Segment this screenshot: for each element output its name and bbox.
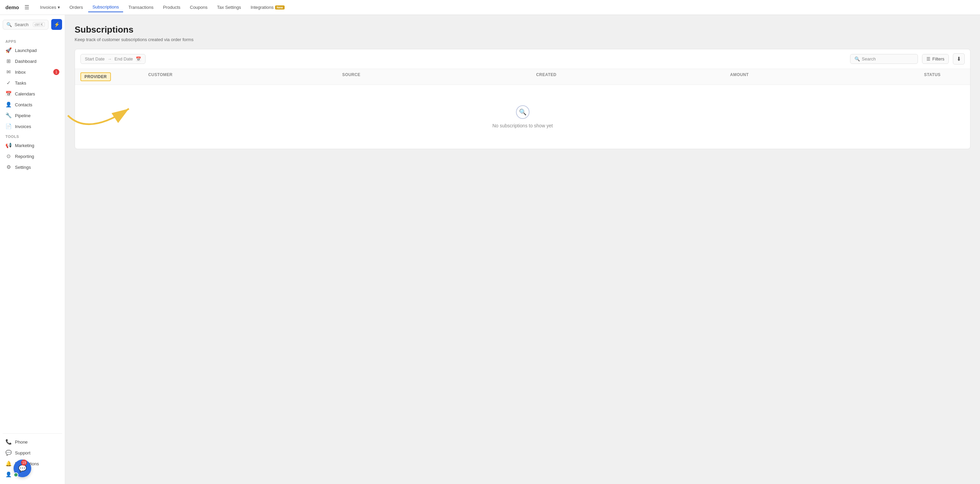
nav-integrations[interactable]: Integrations New xyxy=(247,3,289,12)
sidebar-item-label: Dashboard xyxy=(15,59,37,64)
sidebar-item-label: Phone xyxy=(15,439,28,445)
filter-icon: ☰ xyxy=(926,56,931,61)
col-header-provider: Provider xyxy=(80,72,148,81)
reporting-icon: ⊙ xyxy=(5,153,11,159)
calendar-icon: 📅 xyxy=(136,56,141,61)
nav-subscriptions[interactable]: Subscriptions xyxy=(88,2,123,12)
online-status-dot xyxy=(14,473,18,477)
end-date-label: End Date xyxy=(115,56,133,61)
arrow-icon: → xyxy=(108,56,112,61)
notifications-icon: 🔔 xyxy=(5,460,11,467)
nav-products[interactable]: Products xyxy=(159,3,184,12)
download-icon: ⬇ xyxy=(956,56,961,62)
sidebar-item-contacts[interactable]: 👤 Contacts xyxy=(3,99,62,110)
sidebar-item-settings[interactable]: ⚙ Settings xyxy=(3,162,62,173)
table-toolbar: Start Date → End Date 📅 🔍 Search ☰ Filte… xyxy=(75,49,970,69)
sidebar-item-profile[interactable]: 👤 Profile xyxy=(3,469,62,480)
nav-transactions[interactable]: Transactions xyxy=(124,3,158,12)
col-header-created: Created xyxy=(536,72,730,81)
hamburger-icon[interactable]: ☰ xyxy=(24,4,29,11)
calendars-icon: 📅 xyxy=(5,91,11,97)
col-header-amount: Amount xyxy=(730,72,924,81)
launchpad-icon: 🚀 xyxy=(5,47,11,53)
search-magnifier-icon: 🔍 xyxy=(854,56,860,61)
sidebar-item-support[interactable]: 💬 Support xyxy=(3,447,62,458)
sidebar-item-inbox[interactable]: ✉ Inbox 1 xyxy=(3,67,62,77)
table-header: Provider Customer Source Created Amount … xyxy=(75,69,970,85)
section-tools-label: Tools xyxy=(3,132,62,140)
nav-invoices[interactable]: Invoices ▾ xyxy=(36,3,64,12)
sidebar: 🔍 Search ctrl K ⚡ Apps 🚀 Launchpad ⊞ Das… xyxy=(0,15,65,484)
top-nav: demo ☰ Invoices ▾ Orders Subscriptions T… xyxy=(0,0,980,15)
empty-state: 🔍 No subscriptions to show yet xyxy=(75,85,970,149)
sidebar-item-label: Contacts xyxy=(15,102,32,107)
section-apps-label: Apps xyxy=(3,37,62,45)
page-title: Subscriptions xyxy=(75,24,970,35)
inbox-icon: ✉ xyxy=(5,69,11,75)
pipeline-icon: 🔧 xyxy=(5,112,11,118)
subscriptions-table-container: Start Date → End Date 📅 🔍 Search ☰ Filte… xyxy=(75,49,970,149)
nav-orders[interactable]: Orders xyxy=(65,3,87,12)
search-placeholder: Search xyxy=(862,56,876,61)
nav-tax-settings[interactable]: Tax Settings xyxy=(213,3,245,12)
support-icon: 💬 xyxy=(5,450,11,456)
search-icon: 🔍 xyxy=(6,22,12,27)
page-subtitle: Keep track of customer subscriptions cre… xyxy=(75,37,970,42)
start-date-label: Start Date xyxy=(85,56,105,61)
lightning-button[interactable]: ⚡ xyxy=(51,19,62,30)
empty-state-text: No subscriptions to show yet xyxy=(492,123,553,128)
download-button[interactable]: ⬇ xyxy=(953,53,965,64)
new-badge: New xyxy=(275,5,285,10)
sidebar-item-launchpad[interactable]: 🚀 Launchpad xyxy=(3,45,62,56)
empty-search-icon: 🔍 xyxy=(516,105,530,119)
sidebar-item-phone[interactable]: 📞 Phone xyxy=(3,436,62,447)
col-header-source: Source xyxy=(342,72,536,81)
sidebar-item-reporting[interactable]: ⊙ Reporting xyxy=(3,151,62,162)
tasks-icon: ✓ xyxy=(5,80,11,86)
dashboard-icon: ⊞ xyxy=(5,58,11,64)
marketing-icon: 📢 xyxy=(5,142,11,149)
sidebar-item-label: Pipeline xyxy=(15,113,30,118)
chat-badge: 19 xyxy=(21,460,27,466)
sidebar-item-invoices[interactable]: 📄 Invoices xyxy=(3,121,62,132)
col-header-customer: Customer xyxy=(148,72,342,81)
main-layout: 🔍 Search ctrl K ⚡ Apps 🚀 Launchpad ⊞ Das… xyxy=(0,15,980,484)
col-header-status: Status xyxy=(924,72,965,81)
sidebar-item-label: Invoices xyxy=(15,124,31,129)
inbox-badge: 1 xyxy=(53,69,59,75)
nav-items: Invoices ▾ Orders Subscriptions Transact… xyxy=(36,2,975,12)
date-range-picker[interactable]: Start Date → End Date 📅 xyxy=(80,54,146,64)
sidebar-item-label: Marketing xyxy=(15,143,34,148)
app-logo: demo xyxy=(5,5,19,10)
sidebar-item-pipeline[interactable]: 🔧 Pipeline xyxy=(3,110,62,121)
profile-icon: 👤 xyxy=(5,471,11,478)
sidebar-item-label: Inbox xyxy=(15,70,26,75)
content-area: Subscriptions Keep track of customer sub… xyxy=(65,15,980,484)
filters-button[interactable]: ☰ Filters xyxy=(922,54,949,64)
sidebar-item-label: Launchpad xyxy=(15,48,37,53)
sidebar-item-label: Calendars xyxy=(15,91,35,96)
sidebar-item-label: Settings xyxy=(15,165,31,170)
sidebar-bottom: 📞 Phone 💬 Support 🔔 Notifications 👤 Prof… xyxy=(3,433,62,480)
phone-icon: 📞 xyxy=(5,439,11,445)
search-button[interactable]: 🔍 Search ctrl K xyxy=(3,20,49,30)
sidebar-item-notifications[interactable]: 🔔 Notifications xyxy=(3,458,62,469)
sidebar-item-label: Reporting xyxy=(15,154,34,159)
invoices-icon: 📄 xyxy=(5,123,11,129)
sidebar-item-calendars[interactable]: 📅 Calendars xyxy=(3,88,62,99)
sidebar-item-label: Tasks xyxy=(15,80,26,86)
sidebar-item-dashboard[interactable]: ⊞ Dashboard xyxy=(3,56,62,67)
sidebar-item-marketing[interactable]: 📢 Marketing xyxy=(3,140,62,151)
sidebar-top-row: 🔍 Search ctrl K ⚡ xyxy=(3,19,62,33)
sidebar-item-label: Support xyxy=(15,450,30,455)
search-box[interactable]: 🔍 Search xyxy=(850,54,918,64)
contacts-icon: 👤 xyxy=(5,102,11,108)
settings-icon: ⚙ xyxy=(5,164,11,170)
nav-coupons[interactable]: Coupons xyxy=(186,3,212,12)
sidebar-item-tasks[interactable]: ✓ Tasks xyxy=(3,77,62,88)
